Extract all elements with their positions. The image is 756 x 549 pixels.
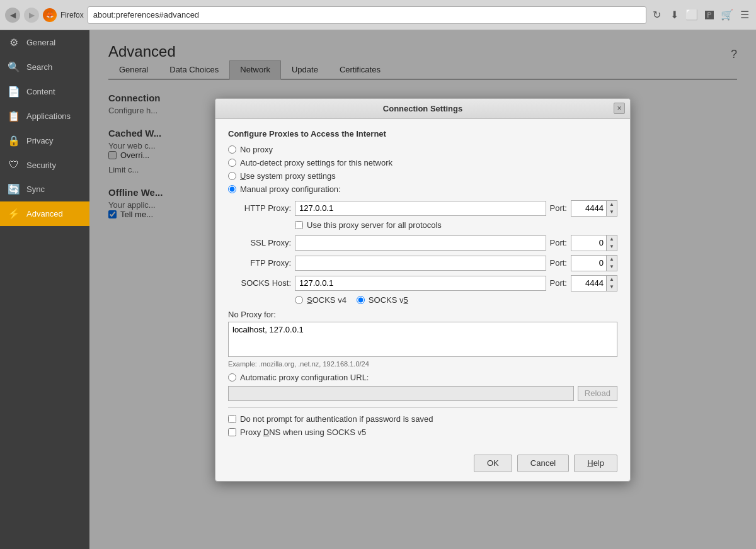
no-auth-prompt-label[interactable]: Do not prompt for authentication if pass…	[240, 414, 433, 424]
tab-icon[interactable]: ⬜	[685, 9, 698, 21]
http-proxy-row: HTTP Proxy: Port: ▲ ▼	[228, 200, 617, 217]
socks-port-spinner: ▲ ▼	[571, 275, 617, 291]
manual-proxy-label[interactable]: Manual proxy configuration:	[240, 184, 341, 194]
ssl-port-up[interactable]: ▲	[607, 235, 617, 243]
sidebar-item-general[interactable]: ⚙ General	[0, 30, 89, 55]
auto-proxy-radio[interactable]	[228, 373, 236, 382]
browser-chrome: ◀ ▶ 🦊 Firefox about:preferences#advanced…	[0, 0, 756, 30]
privacy-icon: 🔒	[8, 135, 20, 147]
reload-button[interactable]: Reload	[578, 386, 617, 401]
http-port-input[interactable]	[571, 201, 606, 216]
ssl-port-spinner: ▲ ▼	[571, 235, 617, 251]
auto-detect-row: Auto-detect proxy settings for this netw…	[228, 158, 617, 167]
sidebar-item-security[interactable]: 🛡 Security	[0, 153, 89, 177]
forward-button[interactable]: ▶	[24, 8, 39, 23]
no-proxy-label-text: No proxy	[240, 145, 273, 154]
auto-detect-radio[interactable]	[228, 159, 236, 167]
no-proxy-textarea[interactable]: localhost, 127.0.0.1	[228, 322, 617, 357]
proxy-fields: HTTP Proxy: Port: ▲ ▼	[228, 200, 617, 305]
main-layout: ⚙ General 🔍 Search 📄 Content 📋 Applicati…	[0, 30, 756, 549]
socks-v4-radio[interactable]	[295, 296, 303, 304]
socks-v5-label[interactable]: SOCKS v5	[369, 295, 408, 305]
http-port-label: Port:	[550, 203, 567, 213]
socks-port-label: Port:	[550, 278, 567, 288]
socks-host-label: SOCKS Host:	[228, 278, 291, 288]
socks-port-input[interactable]	[571, 276, 606, 291]
http-proxy-input[interactable]	[295, 201, 546, 216]
use-for-all-label[interactable]: Use this proxy server for all protocols	[307, 220, 442, 230]
ftp-proxy-input[interactable]	[295, 256, 546, 271]
no-proxy-row: No proxy	[228, 145, 617, 154]
manual-proxy-radio[interactable]	[228, 185, 236, 193]
dialog-overlay: Connection Settings × Configure Proxies …	[89, 30, 756, 549]
general-icon: ⚙	[8, 37, 20, 48]
download-icon[interactable]: ⬇	[668, 9, 680, 21]
system-proxy-row: Use system proxy settings	[228, 171, 617, 181]
dialog-buttons: OK Cancel Help	[215, 448, 630, 481]
cart-icon[interactable]: 🛒	[721, 9, 733, 21]
socks-host-row: SOCKS Host: Port: ▲ ▼	[228, 275, 617, 291]
system-proxy-radio[interactable]	[228, 172, 236, 180]
socks-port-up[interactable]: ▲	[607, 276, 617, 283]
auto-proxy-input-row: Reload	[228, 386, 617, 401]
address-text: about:preferences#advanced	[93, 10, 199, 20]
sidebar-label-privacy: Privacy	[26, 136, 54, 145]
ssl-proxy-input[interactable]	[295, 235, 546, 251]
http-port-spinner-btns: ▲ ▼	[606, 201, 617, 216]
auto-detect-label[interactable]: Auto-detect proxy settings for this netw…	[240, 158, 392, 167]
sidebar-item-sync[interactable]: 🔄 Sync	[0, 177, 89, 201]
socks-port-down[interactable]: ▼	[607, 283, 617, 291]
ftp-port-up[interactable]: ▲	[607, 256, 617, 263]
ok-button[interactable]: OK	[474, 455, 512, 472]
ssl-port-spinner-btns: ▲ ▼	[606, 235, 617, 251]
sidebar-item-privacy[interactable]: 🔒 Privacy	[0, 128, 89, 153]
sidebar-item-advanced[interactable]: ⚡ Advanced	[0, 201, 89, 226]
address-bar[interactable]: about:preferences#advanced	[88, 6, 646, 24]
ftp-proxy-label: FTP Proxy:	[228, 258, 291, 268]
ssl-port-label: Port:	[550, 238, 567, 247]
proxy-dns-checkbox[interactable]	[228, 428, 236, 436]
sidebar-label-applications: Applications	[26, 111, 71, 121]
pocket-icon[interactable]: 🅿	[703, 9, 716, 21]
no-proxy-radio[interactable]	[228, 145, 236, 154]
http-port-up[interactable]: ▲	[607, 201, 617, 208]
http-proxy-label: HTTP Proxy:	[228, 203, 291, 213]
sidebar-item-search[interactable]: 🔍 Search	[0, 55, 89, 79]
http-port-down[interactable]: ▼	[607, 208, 617, 216]
ftp-port-down[interactable]: ▼	[607, 263, 617, 271]
sidebar-item-applications[interactable]: 📋 Applications	[0, 104, 89, 128]
sidebar-item-content[interactable]: 📄 Content	[0, 79, 89, 104]
cancel-button[interactable]: Cancel	[517, 455, 569, 472]
sidebar-label-search: Search	[26, 62, 52, 72]
no-proxy-section: No Proxy for: localhost, 127.0.0.1 Examp…	[228, 310, 617, 368]
sidebar-label-general: General	[26, 38, 55, 47]
ftp-port-spinner: ▲ ▼	[571, 255, 617, 271]
system-proxy-label[interactable]: Use system proxy settings	[240, 171, 336, 181]
ssl-port-input[interactable]	[571, 235, 606, 251]
proxy-dns-label[interactable]: Proxy DNS when using SOCKS v5	[240, 427, 366, 437]
reload-icon[interactable]: ↻	[650, 9, 663, 21]
dialog-title: Connection Settings	[383, 104, 462, 113]
ssl-port-down[interactable]: ▼	[607, 243, 617, 251]
socks-host-input[interactable]	[295, 276, 546, 291]
no-auth-prompt-checkbox[interactable]	[228, 415, 236, 423]
use-for-all-row: Use this proxy server for all protocols	[295, 220, 617, 230]
sidebar-label-security: Security	[26, 161, 56, 170]
ftp-port-input[interactable]	[571, 256, 606, 271]
auto-proxy-label[interactable]: Automatic proxy configuration URL:	[240, 373, 369, 382]
dialog-body: Configure Proxies to Access the Internet…	[215, 119, 630, 448]
dialog-close-button[interactable]: ×	[614, 103, 625, 114]
help-button[interactable]: Help	[574, 455, 617, 472]
ssl-proxy-label: SSL Proxy:	[228, 238, 291, 247]
socks-version-row: SOCKS v4 SOCKS v5	[295, 295, 617, 305]
back-button[interactable]: ◀	[5, 8, 20, 23]
security-icon: 🛡	[8, 159, 20, 171]
firefox-logo: 🦊	[43, 8, 57, 22]
no-proxy-label[interactable]: No proxy	[240, 145, 273, 154]
use-for-all-checkbox[interactable]	[295, 221, 303, 229]
socks-v5-radio[interactable]	[357, 296, 365, 304]
menu-icon[interactable]: ☰	[738, 9, 751, 21]
socks-v4-label[interactable]: SOCKS v4	[307, 295, 346, 305]
connection-settings-dialog: Connection Settings × Configure Proxies …	[215, 98, 631, 482]
auto-proxy-input[interactable]	[228, 386, 574, 401]
